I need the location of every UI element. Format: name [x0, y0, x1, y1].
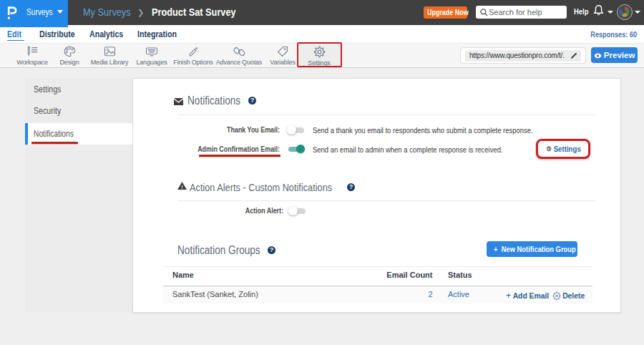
svg-text:!: ! — [181, 185, 182, 190]
